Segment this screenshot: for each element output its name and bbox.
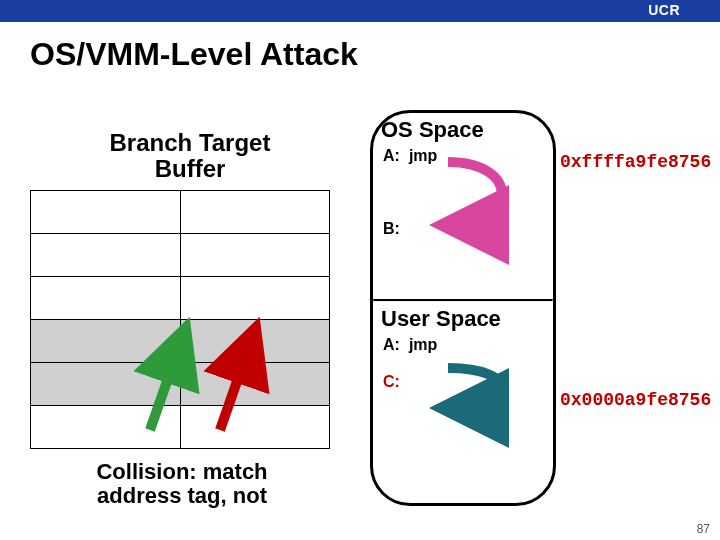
table-row	[31, 320, 330, 363]
table-row	[31, 234, 330, 277]
address-os: 0xffffa9fe8756	[560, 152, 711, 172]
table-row	[31, 406, 330, 449]
table-row	[31, 363, 330, 406]
collision-line1: Collision: match	[96, 459, 267, 484]
os-A-instr: jmp	[409, 147, 437, 164]
user-C-label: C:	[383, 373, 400, 390]
os-row-B: B:	[383, 218, 543, 239]
slide-title: OS/VMM-Level Attack	[30, 36, 358, 73]
btb-table	[30, 190, 330, 449]
ucr-label: UCR	[648, 2, 680, 18]
user-row-A: A: jmp	[383, 334, 543, 355]
header-bar	[0, 0, 720, 22]
user-space-header: User Space	[381, 306, 545, 332]
user-A-instr: jmp	[409, 336, 437, 353]
collision-caption: Collision: match address tag, not	[52, 460, 312, 508]
space-box: OS Space A: jmp B: User Space A: jmp C:	[370, 110, 556, 506]
os-space-header: OS Space	[381, 117, 545, 143]
user-A-label: A:	[383, 336, 400, 353]
os-row-A: A: jmp	[383, 145, 543, 166]
btb-label-line1: Branch Target	[110, 129, 271, 156]
os-A-label: A:	[383, 147, 400, 164]
slide-number: 87	[697, 522, 710, 536]
btb-label: Branch Target Buffer	[90, 130, 290, 183]
os-B-label: B:	[383, 220, 400, 237]
table-row	[31, 277, 330, 320]
space-divider	[373, 299, 553, 302]
btb-label-line2: Buffer	[155, 155, 226, 182]
table-row	[31, 191, 330, 234]
collision-line2: address tag, not	[97, 483, 267, 508]
user-row-C: C:	[383, 371, 543, 392]
address-user: 0x0000a9fe8756	[560, 390, 711, 410]
